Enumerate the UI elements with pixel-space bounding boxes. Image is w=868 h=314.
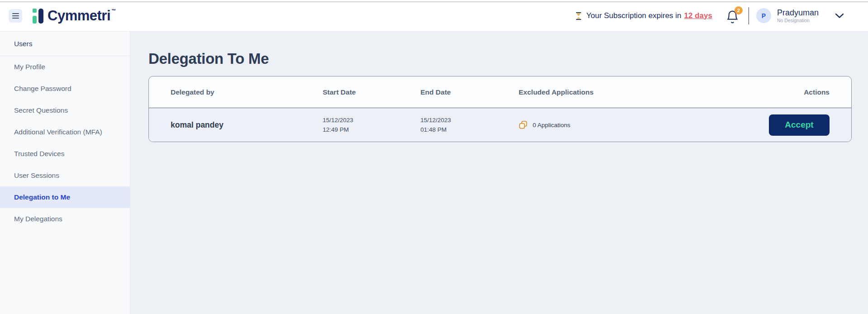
applications-icon — [519, 120, 528, 129]
user-menu[interactable]: P Pradyuman No Designation — [756, 8, 844, 23]
main-content: Delegation To Me Delegated by Start Date… — [130, 32, 868, 314]
logo-mark-icon — [33, 7, 44, 24]
sidebar-item-trusted-devices[interactable]: Trusted Devices — [0, 143, 130, 165]
sidebar-item-label: User Sessions — [14, 171, 59, 180]
user-name: Pradyuman — [777, 8, 819, 17]
user-designation: No Designation — [777, 18, 819, 23]
sidebar-item-label: My Delegations — [14, 215, 62, 223]
sidebar-item-secret-questions[interactable]: Secret Questions — [0, 100, 130, 121]
avatar: P — [756, 8, 771, 23]
topbar-right: Your Subscription expires in 12 days 2 P… — [575, 7, 844, 24]
sidebar-item-label: Change Password — [14, 85, 72, 93]
subscription-notice: Your Subscription expires in 12 days — [575, 11, 712, 20]
sidebar-item-label: Delegation to Me — [14, 193, 70, 201]
column-header-actions: Actions — [734, 88, 830, 96]
sidebar-item-users[interactable]: Users — [0, 32, 130, 56]
page-body: Users My Profile Change Password Secret … — [0, 32, 868, 314]
sidebar-item-user-sessions[interactable]: User Sessions — [0, 165, 130, 186]
notification-badge: 2 — [734, 6, 743, 14]
menu-button[interactable] — [9, 9, 22, 23]
table-header-row: Delegated by Start Date End Date Exclude… — [149, 76, 851, 108]
sidebar-item-my-profile[interactable]: My Profile — [0, 56, 130, 78]
column-header-delegated-by: Delegated by — [171, 88, 323, 96]
subscription-days-link[interactable]: 12 days — [684, 11, 712, 20]
subscription-text: Your Subscription expires in — [586, 11, 681, 20]
cell-end-date: 15/12/2023 01:48 PM — [420, 115, 519, 134]
cell-excluded-applications[interactable]: 0 Applications — [519, 120, 734, 129]
column-header-excluded-applications: Excluded Applications — [519, 88, 734, 96]
hamburger-icon — [12, 13, 19, 19]
notifications-button[interactable]: 2 — [725, 8, 741, 24]
app-root: Cymmetri ™ Your Subscription expires in … — [0, 0, 868, 314]
sidebar-item-additional-verification-mfa[interactable]: Additional Verification (MFA) — [0, 121, 130, 143]
avatar-initial: P — [762, 12, 766, 19]
chevron-down-icon — [835, 13, 844, 19]
app-logo[interactable]: Cymmetri ™ — [33, 7, 116, 24]
start-date-value: 15/12/2023 — [323, 115, 420, 125]
user-info: Pradyuman No Designation — [777, 8, 819, 23]
end-date-value: 15/12/2023 — [420, 115, 519, 125]
sidebar-item-change-password[interactable]: Change Password — [0, 78, 130, 100]
sidebar-item-label: Users — [14, 40, 32, 48]
delegation-table-card: Delegated by Start Date End Date Exclude… — [148, 76, 852, 142]
sidebar-item-delegation-to-me[interactable]: Delegation to Me — [0, 186, 130, 208]
header-divider — [749, 7, 749, 24]
top-bar: Cymmetri ™ Your Subscription expires in … — [0, 0, 868, 32]
end-time-value: 01:48 PM — [420, 125, 519, 134]
sidebar-item-label: Additional Verification (MFA) — [14, 128, 102, 136]
start-time-value: 12:49 PM — [323, 125, 420, 134]
column-header-start-date: Start Date — [323, 88, 420, 96]
cell-delegated-by: komal pandey — [171, 120, 323, 130]
sidebar-item-my-delegations[interactable]: My Delegations — [0, 208, 130, 230]
cell-start-date: 15/12/2023 12:49 PM — [323, 115, 420, 134]
hourglass-icon — [575, 12, 582, 20]
sidebar-item-label: My Profile — [14, 63, 45, 71]
table-row: komal pandey 15/12/2023 12:49 PM 15/12/2… — [149, 108, 851, 142]
page-title: Delegation To Me — [148, 50, 852, 67]
logo-trademark: ™ — [111, 8, 116, 13]
column-header-end-date: End Date — [420, 88, 519, 96]
excluded-applications-text: 0 Applications — [533, 122, 570, 128]
logo-text: Cymmetri — [48, 7, 110, 24]
accept-button[interactable]: Accept — [769, 114, 830, 136]
sidebar: Users My Profile Change Password Secret … — [0, 32, 130, 314]
cell-actions: Accept — [734, 114, 830, 136]
sidebar-item-label: Trusted Devices — [14, 150, 64, 158]
sidebar-item-label: Secret Questions — [14, 106, 68, 114]
